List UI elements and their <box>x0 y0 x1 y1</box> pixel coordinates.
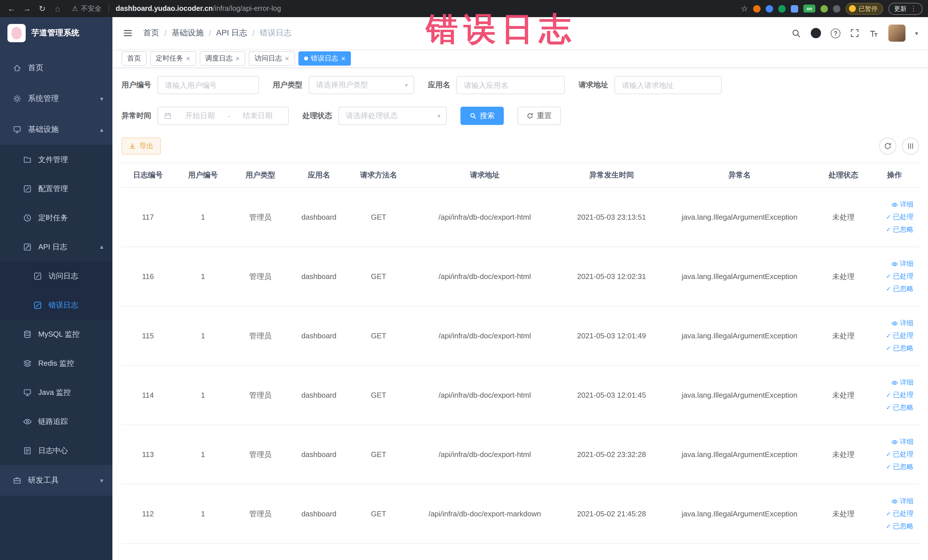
cell-user-id: 1 <box>174 188 232 247</box>
github-icon[interactable] <box>811 28 821 38</box>
close-icon[interactable]: × <box>285 55 289 62</box>
font-size-icon[interactable] <box>869 28 879 38</box>
home-icon[interactable]: ⌂ <box>52 3 63 14</box>
ignored-link[interactable]: ✓已忽略 <box>886 284 913 294</box>
ignored-link[interactable]: ✓已忽略 <box>886 522 913 531</box>
filter-process-status: 处理状态 请选择处理状态 ▾ <box>302 107 447 125</box>
cell-status: 未处理 <box>817 365 870 425</box>
browser-menu-icon[interactable]: ⋮ <box>910 5 917 12</box>
breadcrumb-item-api-logs[interactable]: API 日志 <box>216 28 247 38</box>
processed-link[interactable]: ✓已处理 <box>886 390 913 400</box>
processed-link[interactable]: ✓已处理 <box>886 212 913 222</box>
sidebar-item-error-log[interactable]: 错误日志 <box>0 290 112 319</box>
sidebar-item-api-logs[interactable]: API 日志 ▴ <box>0 232 112 261</box>
hamburger-icon[interactable] <box>123 28 133 38</box>
site-security-indicator[interactable]: ⚠ 不安全 <box>72 4 102 14</box>
cell-user-type: 管理员 <box>232 188 289 247</box>
extension-icon[interactable] <box>820 5 828 12</box>
sidebar-item-file-management[interactable]: 文件管理 <box>0 145 112 174</box>
address-bar[interactable]: dashboard.yudao.iocoder.cn/infra/log/api… <box>116 5 281 12</box>
tab-error-log[interactable]: 错误日志 × <box>298 51 351 65</box>
breadcrumb-item-infrastructure[interactable]: 基础设施 <box>172 28 204 38</box>
bookmark-star-icon[interactable]: ☆ <box>741 4 748 13</box>
filter-label: 异常时间 <box>122 111 151 121</box>
avatar[interactable] <box>888 24 905 42</box>
sidebar-item-home[interactable]: 首页 <box>0 52 112 83</box>
sidebar-item-config-management[interactable]: 配置管理 <box>0 174 112 203</box>
extension-on-icon[interactable]: on <box>803 5 815 12</box>
search-icon[interactable] <box>791 28 801 38</box>
user-type-select[interactable]: 请选择用户类型 ▾ <box>309 76 414 94</box>
user-id-input[interactable] <box>157 76 259 94</box>
reset-button[interactable]: 重置 <box>517 107 561 125</box>
sidebar-item-infrastructure[interactable]: 基础设施 ▴ <box>0 114 112 145</box>
detail-link[interactable]: 详细 <box>891 378 913 388</box>
cell-request-url: /api/infra/db-doc/export-markdown <box>409 484 561 543</box>
close-icon[interactable]: × <box>186 55 190 62</box>
sidebar-item-mysql-monitor[interactable]: MySQL 监控 <box>0 319 112 349</box>
ignored-link[interactable]: ✓已忽略 <box>886 343 913 353</box>
sidebar-item-redis-monitor[interactable]: Redis 监控 <box>0 349 112 378</box>
ignored-link[interactable]: ✓已忽略 <box>886 403 913 412</box>
sidebar-item-system-management[interactable]: 系统管理 ▾ <box>0 83 112 114</box>
breadcrumb-item-home[interactable]: 首页 <box>143 28 159 38</box>
update-button[interactable]: 更新 ⋮ <box>888 3 923 15</box>
close-icon[interactable]: × <box>341 55 345 62</box>
chevron-down-icon[interactable]: ▾ <box>915 30 918 36</box>
logo[interactable]: 芋道管理系统 <box>0 17 112 49</box>
refresh-button[interactable] <box>879 137 896 155</box>
app-name-input[interactable] <box>456 76 565 94</box>
close-icon[interactable]: × <box>235 55 240 62</box>
processed-link[interactable]: ✓已处理 <box>886 331 913 340</box>
column-settings-button[interactable] <box>902 137 919 155</box>
fullscreen-icon[interactable] <box>850 29 859 38</box>
detail-link[interactable]: 详细 <box>891 437 913 447</box>
detail-link[interactable]: 详细 <box>891 318 913 328</box>
column-header-exception-name: 异常名 <box>662 163 817 188</box>
check-icon: ✓ <box>886 523 891 530</box>
error-log-table-wrap: 日志编号 用户编号 用户类型 应用名 请求方法名 请求地址 异常发生时间 异常名… <box>122 163 919 544</box>
sidebar-item-log-center[interactable]: 日志中心 <box>0 436 112 465</box>
paused-badge[interactable]: 已暂停 <box>846 3 883 15</box>
sidebar-item-access-log[interactable]: 访问日志 <box>0 261 112 290</box>
puzzle-extension-icon[interactable] <box>833 5 840 12</box>
detail-link[interactable]: 详细 <box>891 259 913 269</box>
processed-link[interactable]: ✓已处理 <box>886 450 913 459</box>
cell-log-id: 116 <box>122 247 174 306</box>
ignored-link[interactable]: ✓已忽略 <box>886 462 913 472</box>
cell-user-type: 管理员 <box>232 425 289 484</box>
export-button[interactable]: 导出 <box>122 137 161 155</box>
reload-icon[interactable]: ↻ <box>37 3 48 14</box>
processed-link[interactable]: ✓已处理 <box>886 272 913 281</box>
tab-dispatch-log[interactable]: 调度日志 × <box>199 51 245 65</box>
processed-link[interactable]: ✓已处理 <box>886 509 913 519</box>
sidebar-item-link-tracing[interactable]: 链路追踪 <box>0 407 112 436</box>
extension-icon[interactable] <box>753 5 760 12</box>
extension-icon[interactable] <box>766 5 773 12</box>
extension-icon[interactable] <box>778 5 786 12</box>
request-url-input[interactable] <box>615 76 722 94</box>
forward-icon[interactable]: → <box>21 3 32 14</box>
eye-icon <box>891 261 898 267</box>
tab-access-log[interactable]: 访问日志 × <box>249 51 295 65</box>
detail-link[interactable]: 详细 <box>891 496 913 506</box>
gear-icon <box>12 94 22 103</box>
search-button[interactable]: 搜索 <box>461 107 504 125</box>
tab-home[interactable]: 首页 <box>122 51 147 65</box>
ignored-link[interactable]: ✓已忽略 <box>886 225 913 235</box>
question-icon[interactable]: ? <box>831 28 840 38</box>
exception-time-range-picker[interactable]: 开始日期 - 结束日期 <box>157 107 289 125</box>
cell-request-url: /api/infra/db-doc/export-html <box>409 425 561 484</box>
sidebar-item-label: 系统管理 <box>28 93 59 104</box>
extension-icon[interactable] <box>791 5 798 12</box>
table-row: 114 1 管理员 dashboard GET /api/infra/db-do… <box>122 365 919 425</box>
process-status-select[interactable]: 请选择处理状态 ▾ <box>338 107 447 125</box>
back-icon[interactable]: ← <box>6 3 17 14</box>
tab-scheduled-tasks[interactable]: 定时任务 × <box>150 51 196 65</box>
cell-user-type: 管理员 <box>232 306 289 365</box>
sidebar-item-java-monitor[interactable]: Java 监控 <box>0 378 112 407</box>
sidebar-item-dev-tools[interactable]: 研发工具 ▾ <box>0 465 112 496</box>
column-header-user-type: 用户类型 <box>232 163 289 188</box>
sidebar-item-scheduled-tasks[interactable]: 定时任务 <box>0 203 112 232</box>
detail-link[interactable]: 详细 <box>891 200 913 209</box>
